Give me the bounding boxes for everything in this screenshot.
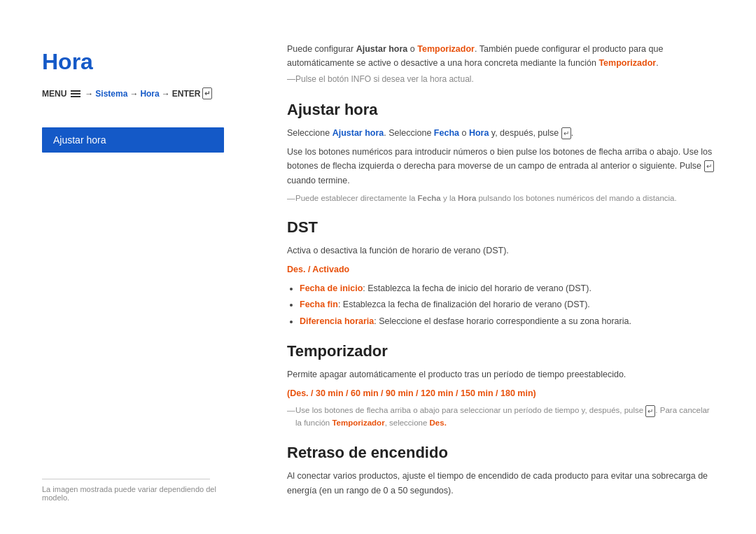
section-title-dst: DST — [287, 218, 714, 237]
body1-dot: . — [571, 128, 573, 138]
intro-temporizador2-bold: Temporizador — [598, 58, 656, 68]
intro-end: . — [656, 58, 658, 68]
dst-bullet-1: Fecha de inicio: Establezca la fecha de … — [300, 281, 714, 297]
menu-icon — [71, 90, 80, 97]
breadcrumb-arrow1: → — [85, 89, 93, 99]
section-retraso: Retraso de encendido Al conectar varios … — [287, 444, 714, 498]
breadcrumb-arrow2: → — [130, 89, 138, 99]
dst-diferencia: Diferencia horaria — [300, 316, 374, 326]
temporizador-options: (Des. / 30 min / 60 min / 90 min / 120 m… — [287, 386, 714, 401]
dst-fecha-inicio: Fecha de inicio — [300, 283, 363, 293]
breadcrumb-hora[interactable]: Hora — [140, 89, 159, 99]
menu-item-ajustar-hora[interactable]: Ajustar hora — [42, 127, 224, 153]
dst-bullet-3-text: : Seleccione el desfase horario correspo… — [374, 316, 631, 326]
enter-sym-1: ↵ — [561, 127, 571, 139]
section-body-temporizador: Permite apagar automáticamente el produc… — [287, 367, 714, 382]
menu-list: Ajustar hora — [42, 127, 238, 153]
body2-end: cuando termine. — [287, 176, 350, 185]
enter-icon: ↵ — [202, 87, 212, 99]
section-body-ajustar-1: Seleccione Ajustar hora. Seleccione Fech… — [287, 126, 714, 141]
intro-note: Pulse el botón INFO si desea ver la hora… — [287, 74, 714, 84]
enter-sym-2: ↵ — [704, 160, 714, 172]
body1-mid: . Seleccione — [384, 128, 434, 138]
dst-fecha-fin: Fecha fin — [300, 300, 338, 309]
enter-sym-3: ↵ — [645, 405, 655, 417]
left-panel: Hora MENU → Sistema → Hora → ENTER ↵ Aju… — [0, 28, 266, 523]
divider — [42, 479, 210, 479]
breadcrumb-arrow3: → — [162, 89, 170, 99]
temp-note-pre: Use los botones de flecha arriba o abajo… — [295, 406, 645, 414]
body1-pre: Seleccione — [287, 128, 332, 138]
body1-end: y, después, pulse — [489, 128, 561, 138]
intro-main: Puede configurar — [287, 44, 356, 54]
intro-ajustar-bold: Ajustar hora — [356, 44, 408, 54]
right-panel: Puede configurar Ajustar hora o Temporiz… — [266, 28, 756, 523]
breadcrumb-sistema[interactable]: Sistema — [95, 89, 127, 99]
body2-pre: Use los botones numéricos para introduci… — [287, 147, 712, 171]
dst-bullet-3: Diferencia horaria: Seleccione el desfas… — [300, 314, 714, 330]
section-body-ajustar-2: Use los botones numéricos para introduci… — [287, 145, 714, 188]
menu-label: MENU — [42, 89, 66, 99]
dst-bullet-1-text: : Establezca la fecha de inicio del hora… — [363, 283, 592, 293]
temp-note-des: Des. — [430, 419, 447, 427]
note-pre: Puede establecer directamente la — [295, 194, 418, 202]
note-hora-bold: Hora — [458, 194, 476, 202]
enter-label: ENTER — [172, 89, 201, 99]
temp-note-word: Temporizador — [332, 419, 384, 427]
fecha-link: Fecha — [434, 128, 459, 138]
section-title-temporizador: Temporizador — [287, 342, 714, 360]
dst-bullet-2-text: : Establezca la fecha de finalización de… — [338, 300, 590, 309]
note-end: pulsando los botones numéricos del mando… — [476, 194, 676, 202]
note-y: y la — [441, 194, 458, 202]
dst-bullet-list: Fecha de inicio: Establezca la fecha de … — [300, 281, 714, 330]
ajustar-hora-link: Ajustar hora — [332, 128, 384, 138]
section-title-ajustar-hora: Ajustar hora — [287, 101, 714, 119]
section-body-retraso: Al conectar varios productos, ajuste el … — [287, 469, 714, 498]
section-temporizador: Temporizador Permite apagar automáticame… — [287, 342, 714, 430]
image-note: La imagen mostrada puede variar dependie… — [42, 485, 238, 502]
section-note-ajustar: Puede establecer directamente la Fecha y… — [287, 192, 714, 205]
intro-o: o — [407, 44, 417, 54]
section-ajustar-hora: Ajustar hora Seleccione Ajustar hora. Se… — [287, 101, 714, 204]
section-title-retraso: Retraso de encendido — [287, 444, 714, 462]
page-title: Hora — [42, 49, 238, 75]
dst-options: Des. / Activado — [287, 262, 714, 277]
intro-note-text: Pulse el botón INFO si desea ver la hora… — [295, 74, 474, 84]
section-body-dst: Activa o desactiva la función de horario… — [287, 244, 714, 258]
hora-link: Hora — [469, 128, 489, 138]
breadcrumb: MENU → Sistema → Hora → ENTER ↵ — [42, 87, 238, 99]
intro-text: Puede configurar Ajustar hora o Temporiz… — [287, 42, 714, 70]
dst-bullet-2: Fecha fin: Establezca la fecha de finali… — [300, 297, 714, 313]
note-fecha-bold: Fecha — [418, 194, 441, 202]
temp-note-end: , seleccione — [385, 419, 430, 427]
body1-o: o — [459, 128, 469, 138]
intro-temporizador-bold: Temporizador — [417, 44, 475, 54]
section-dst: DST Activa o desactiva la función de hor… — [287, 218, 714, 330]
section-note-temporizador: Use los botones de flecha arriba o abajo… — [287, 405, 714, 430]
